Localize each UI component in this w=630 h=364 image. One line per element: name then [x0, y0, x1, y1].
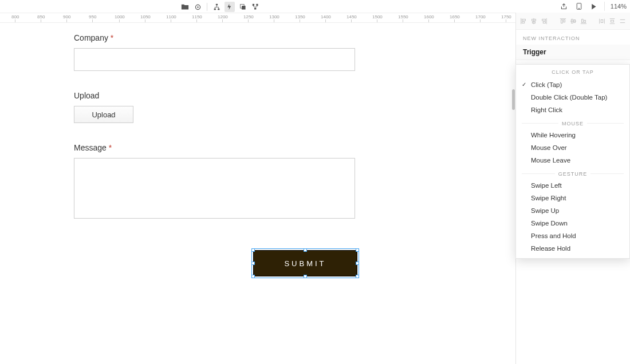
- resize-handle-e[interactable]: [356, 262, 359, 265]
- dropdown-item[interactable]: Swipe Down: [516, 217, 629, 230]
- ruler-tick: 1650: [450, 13, 460, 22]
- company-input[interactable]: [74, 48, 355, 71]
- dropdown-item[interactable]: Press and Hold: [516, 230, 629, 242]
- play-icon[interactable]: [589, 2, 598, 11]
- toolbar-center-group: [180, 2, 260, 12]
- svg-rect-7: [252, 3, 254, 5]
- upload-button[interactable]: Upload: [74, 106, 133, 123]
- ruler-tick: 800: [11, 13, 19, 22]
- ruler-tick: 1000: [115, 13, 125, 22]
- resize-handle-ne[interactable]: [356, 248, 359, 252]
- distribute-h-icon[interactable]: [598, 17, 606, 25]
- dropdown-group-gesture: GESTURE: [516, 168, 629, 179]
- ruler-tick: 1550: [398, 13, 408, 22]
- message-textarea[interactable]: [74, 158, 355, 219]
- upload-field: Upload Upload: [74, 91, 360, 123]
- zoom-level[interactable]: 114%: [604, 2, 627, 11]
- required-mark: *: [111, 33, 113, 42]
- design-canvas[interactable]: Company * Upload Upload Message * SUBMIT: [0, 23, 515, 364]
- message-label: Message *: [74, 143, 360, 152]
- top-toolbar: 114%: [0, 0, 630, 13]
- share-icon[interactable]: [560, 2, 569, 11]
- ruler-tick: 1400: [321, 13, 331, 22]
- resize-handle-nw[interactable]: [251, 248, 255, 252]
- svg-rect-4: [218, 8, 219, 9]
- ruler-tick: 850: [37, 13, 45, 22]
- resize-handle-s[interactable]: [304, 275, 307, 278]
- svg-rect-25: [611, 20, 613, 22]
- form-container: Company * Upload Upload Message *: [74, 33, 360, 220]
- align-center-v-icon[interactable]: [569, 17, 577, 25]
- trigger-row[interactable]: Trigger: [516, 45, 630, 60]
- required-mark: *: [109, 143, 112, 152]
- company-field: Company *: [74, 33, 360, 71]
- dropdown-item[interactable]: Double Click (Double Tap): [516, 91, 629, 104]
- resize-handle-sw[interactable]: [251, 275, 255, 278]
- resize-handle-n[interactable]: [304, 248, 307, 252]
- svg-rect-17: [543, 21, 545, 23]
- distribute-v-icon[interactable]: [608, 17, 616, 25]
- distribute-grid-icon[interactable]: [619, 17, 627, 25]
- svg-rect-8: [256, 3, 258, 5]
- settings-icon[interactable]: [193, 2, 202, 11]
- align-bottom-icon[interactable]: [580, 17, 588, 25]
- svg-rect-22: [581, 19, 583, 22]
- canvas-scrollbar-thumb[interactable]: [512, 89, 515, 110]
- ruler-tick: 1250: [243, 13, 254, 22]
- svg-point-11: [578, 8, 579, 9]
- device-icon[interactable]: [574, 2, 584, 11]
- submit-button-selected[interactable]: SUBMIT: [253, 250, 357, 276]
- resize-handle-se[interactable]: [356, 275, 359, 278]
- ruler-tick: 1700: [475, 13, 486, 22]
- svg-rect-16: [542, 19, 546, 21]
- dropdown-item[interactable]: While Hovering: [516, 129, 629, 141]
- layers-icon[interactable]: [238, 2, 247, 11]
- ruler-tick: 900: [63, 13, 70, 22]
- ruler-tick: 1100: [166, 13, 176, 22]
- company-label-text: Company: [74, 33, 108, 42]
- svg-rect-19: [563, 19, 565, 22]
- ruler-tick: 1750: [501, 13, 511, 22]
- svg-point-1: [197, 6, 198, 7]
- dropdown-item[interactable]: Release Hold: [516, 242, 629, 255]
- dropdown-item[interactable]: Swipe Up: [516, 204, 629, 217]
- svg-rect-12: [522, 19, 525, 21]
- align-top-icon[interactable]: [559, 17, 567, 25]
- svg-rect-24: [601, 19, 603, 22]
- message-field: Message *: [74, 143, 360, 220]
- distribute-icon[interactable]: [251, 2, 260, 11]
- dropdown-item[interactable]: Click (Tap): [516, 78, 629, 91]
- svg-rect-3: [214, 8, 215, 9]
- svg-rect-13: [522, 21, 524, 23]
- dropdown-item[interactable]: Mouse Over: [516, 141, 629, 154]
- message-label-text: Message: [74, 143, 107, 152]
- ruler-tick: 1150: [192, 13, 202, 22]
- upload-label: Upload: [74, 91, 360, 100]
- dropdown-group-mouse: MOUSE: [516, 117, 629, 129]
- submit-button[interactable]: SUBMIT: [253, 250, 357, 276]
- interactions-icon[interactable]: [225, 2, 235, 12]
- company-label: Company *: [74, 33, 360, 42]
- dropdown-group-click: CLICK OR TAP: [516, 67, 629, 78]
- ruler-tick: 1500: [372, 13, 383, 22]
- dropdown-item[interactable]: Right Click: [516, 104, 629, 116]
- horizontal-ruler: 8008509009501000105011001150120012501300…: [0, 13, 515, 23]
- align-right-icon[interactable]: [540, 17, 548, 25]
- dropdown-item[interactable]: Mouse Leave: [516, 154, 629, 167]
- ruler-tick: 1200: [218, 13, 228, 22]
- sitemap-icon[interactable]: [212, 2, 221, 11]
- ruler-tick: 1300: [269, 13, 279, 22]
- svg-rect-2: [215, 3, 217, 5]
- panel-align-toolbar: [516, 13, 630, 30]
- ruler-tick: 1050: [140, 13, 151, 22]
- svg-rect-23: [584, 20, 585, 22]
- resize-handle-w[interactable]: [251, 262, 255, 265]
- align-left-icon[interactable]: [519, 17, 527, 25]
- ruler-tick: 950: [89, 13, 96, 22]
- trigger-dropdown: CLICK OR TAP Click (Tap)Double Click (Do…: [515, 64, 630, 259]
- panel-section-title: NEW INTERACTION: [516, 30, 630, 45]
- dropdown-item[interactable]: Swipe Left: [516, 179, 629, 192]
- align-center-h-icon[interactable]: [530, 17, 538, 25]
- dropdown-item[interactable]: Swipe Right: [516, 192, 629, 204]
- folder-icon[interactable]: [180, 2, 190, 11]
